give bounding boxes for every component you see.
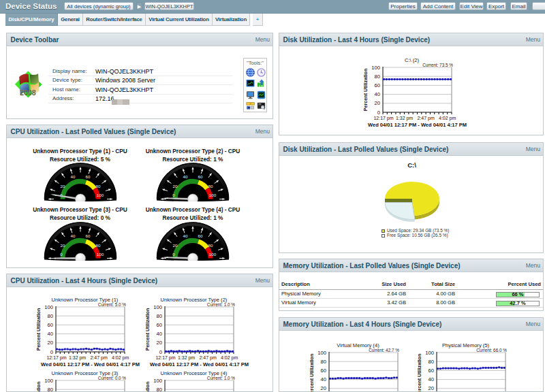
svg-text:80: 80	[208, 184, 213, 189]
svg-text:2:47 pm: 2:47 pm	[90, 355, 107, 361]
svg-text:80: 80	[428, 358, 433, 364]
svg-text:0: 0	[377, 109, 380, 115]
svg-text:1:32 pm: 1:32 pm	[396, 115, 413, 120]
svg-text:100: 100	[96, 252, 104, 257]
svg-text:0: 0	[50, 349, 53, 355]
svg-text:100: 100	[317, 349, 326, 355]
svg-text:80: 80	[48, 313, 53, 319]
svg-text:80: 80	[321, 358, 326, 364]
svg-text:Current: 42.7 %: Current: 42.7 %	[369, 348, 399, 353]
svg-text:100: 100	[153, 304, 162, 310]
svg-text:40: 40	[375, 91, 380, 97]
svg-text:100: 100	[96, 193, 104, 197]
svg-text:40: 40	[428, 376, 433, 382]
svg-text:Percent Utilization: Percent Utilization	[144, 382, 150, 392]
svg-text:Wed 04/01 12:17 PM - Wed 04/01: Wed 04/01 12:17 PM - Wed 04/01 4:17 PM	[368, 121, 467, 127]
svg-text:12:17 pm: 12:17 pm	[46, 355, 66, 361]
svg-text:20: 20	[156, 340, 161, 346]
svg-text:60: 60	[85, 174, 90, 179]
svg-text:1:32 pm: 1:32 pm	[69, 355, 86, 361]
svg-text:100: 100	[153, 378, 162, 384]
svg-text:80: 80	[95, 242, 100, 247]
svg-text:80: 80	[156, 313, 161, 319]
svg-text:Percent Utilization: Percent Utilization	[309, 353, 315, 392]
svg-text:2:47 pm: 2:47 pm	[199, 355, 216, 361]
svg-text:80: 80	[375, 73, 380, 79]
svg-text:60: 60	[428, 368, 433, 374]
svg-text:0: 0	[159, 349, 161, 355]
svg-text:80: 80	[48, 387, 53, 392]
svg-text:60: 60	[156, 322, 161, 328]
svg-text:Current: 1.0 %: Current: 1.0 %	[206, 376, 235, 380]
svg-text:100: 100	[371, 64, 380, 70]
svg-text:Current: 73.5 %: Current: 73.5 %	[422, 63, 453, 67]
svg-text:60: 60	[198, 233, 203, 238]
svg-text:12:17 pm: 12:17 pm	[373, 115, 393, 120]
svg-text:20: 20	[48, 340, 53, 346]
svg-text:40: 40	[183, 174, 188, 179]
svg-text:60: 60	[48, 322, 53, 328]
svg-text:80: 80	[95, 184, 100, 189]
svg-text:2:47 pm: 2:47 pm	[417, 115, 434, 120]
svg-text:Percent Utilization: Percent Utilization	[144, 308, 150, 351]
svg-text:0: 0	[172, 193, 175, 197]
svg-text:100: 100	[425, 349, 434, 355]
svg-text:60: 60	[85, 233, 90, 238]
svg-text:20: 20	[173, 184, 178, 189]
svg-text:C:\ (2): C:\ (2)	[405, 57, 420, 63]
svg-text:12:17 pm: 12:17 pm	[155, 355, 175, 361]
svg-text:40: 40	[48, 331, 53, 337]
svg-text:100: 100	[44, 378, 53, 384]
svg-text:2008: 2008	[20, 88, 36, 97]
svg-text:80: 80	[208, 242, 213, 247]
svg-text:0: 0	[60, 252, 63, 257]
svg-text:20: 20	[428, 385, 433, 391]
svg-text:60: 60	[198, 174, 203, 179]
svg-text:60: 60	[321, 368, 326, 374]
svg-text:100: 100	[44, 304, 53, 310]
svg-text:Percent Utilization: Percent Utilization	[416, 353, 422, 392]
svg-text:Current: 5.0 %: Current: 5.0 %	[98, 302, 127, 307]
svg-text:4:02 pm: 4:02 pm	[439, 115, 456, 120]
svg-text:Percent Utilization: Percent Utilization	[35, 382, 42, 392]
svg-text:100: 100	[209, 252, 217, 257]
svg-text:40: 40	[156, 331, 161, 337]
svg-text:0: 0	[172, 252, 175, 257]
svg-text:20: 20	[173, 242, 178, 247]
svg-text:40: 40	[183, 233, 188, 238]
svg-text:Percent Utilization: Percent Utilization	[35, 308, 42, 351]
svg-text:20: 20	[375, 100, 380, 106]
svg-text:20: 20	[321, 385, 326, 391]
svg-text:4:02 pm: 4:02 pm	[112, 355, 129, 361]
svg-text:Percent Utilization: Percent Utilization	[362, 68, 369, 111]
svg-text:20: 20	[60, 242, 65, 247]
svg-text:40: 40	[70, 174, 75, 179]
svg-text:Current: 1.0 %: Current: 1.0 %	[206, 302, 235, 307]
svg-text:40: 40	[321, 376, 326, 382]
svg-text:4:02 pm: 4:02 pm	[221, 355, 238, 361]
svg-text:20: 20	[60, 184, 65, 189]
svg-text:80: 80	[156, 387, 161, 392]
svg-text:40: 40	[70, 233, 75, 238]
svg-text:100: 100	[209, 193, 217, 197]
svg-text:Current: 0.0 %: Current: 0.0 %	[98, 376, 127, 380]
svg-text:60: 60	[375, 82, 380, 88]
svg-text:1:32 pm: 1:32 pm	[177, 355, 194, 361]
svg-text:Current: 66.0 %: Current: 66.0 %	[476, 348, 507, 353]
